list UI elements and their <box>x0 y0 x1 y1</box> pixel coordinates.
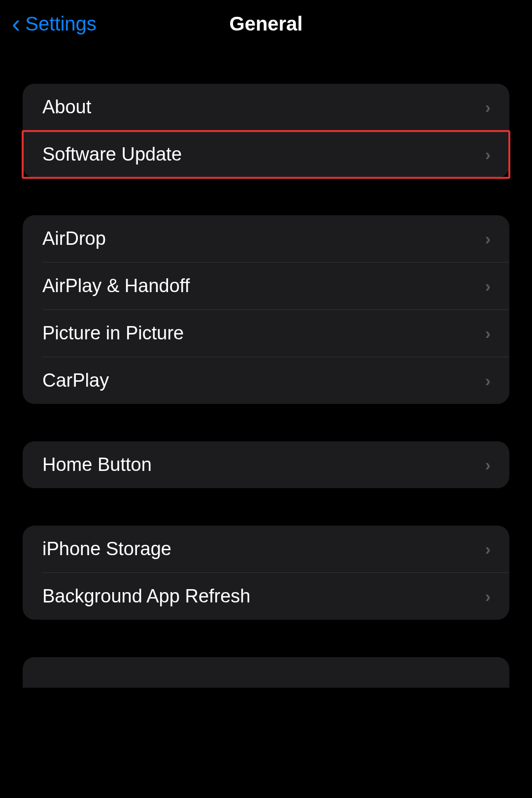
chevron-right-icon: › <box>485 587 491 606</box>
chevron-right-icon: › <box>485 276 491 296</box>
settings-content: About › Software Update › AirDrop › AirP… <box>0 47 532 688</box>
list-item-label: Picture in Picture <box>42 323 184 344</box>
list-item-carplay[interactable]: CarPlay › <box>23 357 509 404</box>
chevron-right-icon: › <box>485 145 491 164</box>
list-item-airdrop[interactable]: AirDrop › <box>23 215 509 262</box>
list-item-label: AirPlay & Handoff <box>42 275 190 297</box>
chevron-right-icon: › <box>485 455 491 474</box>
chevron-right-icon: › <box>485 324 491 343</box>
back-button[interactable]: ‹ Settings <box>12 11 97 36</box>
settings-group: About › Software Update › <box>23 84 509 178</box>
settings-group: Home Button › <box>23 441 509 488</box>
list-item-home-button[interactable]: Home Button › <box>23 441 509 488</box>
list-item-picture-in-picture[interactable]: Picture in Picture › <box>23 310 509 357</box>
chevron-right-icon: › <box>485 98 491 117</box>
list-item-label: Background App Refresh <box>42 586 251 607</box>
list-item-label: Software Update <box>42 144 182 165</box>
settings-group-partial <box>23 657 509 688</box>
list-item-background-app-refresh[interactable]: Background App Refresh › <box>23 573 509 620</box>
list-item-about[interactable]: About › <box>23 84 509 131</box>
list-item-label: Home Button <box>42 454 152 475</box>
list-item-label: About <box>42 97 91 118</box>
chevron-right-icon: › <box>485 229 491 248</box>
list-item-iphone-storage[interactable]: iPhone Storage › <box>23 526 509 572</box>
nav-bar: ‹ Settings General <box>0 0 532 47</box>
chevron-right-icon: › <box>485 539 491 559</box>
list-item-label: CarPlay <box>42 370 109 391</box>
chevron-right-icon: › <box>485 371 491 390</box>
back-label: Settings <box>25 13 97 35</box>
settings-group: AirDrop › AirPlay & Handoff › Picture in… <box>23 215 509 404</box>
settings-group: iPhone Storage › Background App Refresh … <box>23 526 509 620</box>
list-item-software-update[interactable]: Software Update › <box>23 131 509 178</box>
list-item-airplay-handoff[interactable]: AirPlay & Handoff › <box>23 263 509 309</box>
list-item-label: AirDrop <box>42 228 106 249</box>
list-item-label: iPhone Storage <box>42 538 171 560</box>
chevron-left-icon: ‹ <box>12 11 20 36</box>
